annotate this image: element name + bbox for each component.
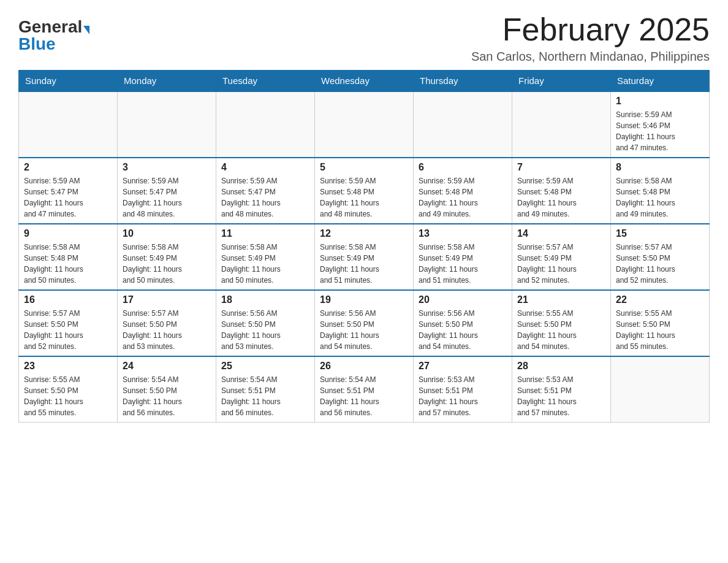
day-header-thursday: Thursday bbox=[414, 71, 512, 92]
day-info: Sunrise: 5:59 AMSunset: 5:48 PMDaylight:… bbox=[320, 175, 408, 220]
calendar-cell: 12Sunrise: 5:58 AMSunset: 5:49 PMDayligh… bbox=[315, 224, 414, 290]
calendar-cell: 13Sunrise: 5:58 AMSunset: 5:49 PMDayligh… bbox=[414, 224, 512, 290]
day-info: Sunrise: 5:58 AMSunset: 5:49 PMDaylight:… bbox=[419, 242, 507, 286]
day-info: Sunrise: 5:58 AMSunset: 5:48 PMDaylight:… bbox=[616, 175, 704, 220]
calendar-table: SundayMondayTuesdayWednesdayThursdayFrid… bbox=[18, 70, 710, 423]
month-title: February 2025 bbox=[471, 12, 710, 47]
calendar-week-row: 1Sunrise: 5:59 AMSunset: 5:46 PMDaylight… bbox=[19, 91, 710, 158]
day-number: 12 bbox=[320, 228, 408, 239]
day-info: Sunrise: 5:58 AMSunset: 5:49 PMDaylight:… bbox=[221, 242, 309, 286]
calendar-cell: 23Sunrise: 5:55 AMSunset: 5:50 PMDayligh… bbox=[19, 356, 118, 423]
logo-arrow-icon bbox=[83, 26, 89, 34]
day-header-monday: Monday bbox=[118, 71, 216, 92]
calendar-cell: 6Sunrise: 5:59 AMSunset: 5:48 PMDaylight… bbox=[414, 158, 512, 224]
day-number: 21 bbox=[517, 294, 605, 305]
calendar-cell: 4Sunrise: 5:59 AMSunset: 5:47 PMDaylight… bbox=[216, 158, 315, 224]
calendar-cell bbox=[216, 91, 315, 158]
day-info: Sunrise: 5:59 AMSunset: 5:47 PMDaylight:… bbox=[221, 175, 309, 220]
day-number: 15 bbox=[616, 228, 704, 239]
day-number: 8 bbox=[616, 162, 704, 173]
day-info: Sunrise: 5:57 AMSunset: 5:50 PMDaylight:… bbox=[24, 308, 112, 352]
day-number: 24 bbox=[123, 361, 211, 372]
calendar-cell: 5Sunrise: 5:59 AMSunset: 5:48 PMDaylight… bbox=[315, 158, 414, 224]
location-text: San Carlos, Northern Mindanao, Philippin… bbox=[471, 50, 710, 64]
day-number: 18 bbox=[221, 294, 309, 305]
calendar-cell: 18Sunrise: 5:56 AMSunset: 5:50 PMDayligh… bbox=[216, 290, 315, 356]
day-info: Sunrise: 5:57 AMSunset: 5:49 PMDaylight:… bbox=[517, 242, 605, 286]
day-number: 20 bbox=[419, 294, 507, 305]
day-info: Sunrise: 5:58 AMSunset: 5:49 PMDaylight:… bbox=[320, 242, 408, 286]
day-info: Sunrise: 5:57 AMSunset: 5:50 PMDaylight:… bbox=[123, 308, 211, 352]
day-number: 16 bbox=[24, 294, 112, 305]
day-info: Sunrise: 5:55 AMSunset: 5:50 PMDaylight:… bbox=[517, 308, 605, 352]
day-info: Sunrise: 5:53 AMSunset: 5:51 PMDaylight:… bbox=[419, 374, 507, 418]
day-number: 26 bbox=[320, 361, 408, 372]
day-info: Sunrise: 5:59 AMSunset: 5:47 PMDaylight:… bbox=[24, 175, 112, 220]
day-number: 9 bbox=[24, 228, 112, 239]
calendar-cell: 9Sunrise: 5:58 AMSunset: 5:48 PMDaylight… bbox=[19, 224, 118, 290]
title-block: February 2025 San Carlos, Northern Minda… bbox=[471, 12, 710, 64]
day-header-tuesday: Tuesday bbox=[216, 71, 315, 92]
day-header-wednesday: Wednesday bbox=[315, 71, 414, 92]
calendar-cell bbox=[512, 91, 611, 158]
day-info: Sunrise: 5:54 AMSunset: 5:50 PMDaylight:… bbox=[123, 374, 211, 418]
calendar-cell: 2Sunrise: 5:59 AMSunset: 5:47 PMDaylight… bbox=[19, 158, 118, 224]
calendar-cell bbox=[118, 91, 216, 158]
calendar-week-row: 9Sunrise: 5:58 AMSunset: 5:48 PMDaylight… bbox=[19, 224, 710, 290]
logo-top: General bbox=[18, 18, 89, 36]
day-header-sunday: Sunday bbox=[19, 71, 118, 92]
day-info: Sunrise: 5:59 AMSunset: 5:47 PMDaylight:… bbox=[123, 175, 211, 220]
day-info: Sunrise: 5:55 AMSunset: 5:50 PMDaylight:… bbox=[24, 374, 112, 418]
day-number: 17 bbox=[123, 294, 211, 305]
day-info: Sunrise: 5:55 AMSunset: 5:50 PMDaylight:… bbox=[616, 308, 704, 352]
day-header-friday: Friday bbox=[512, 71, 611, 92]
calendar-cell: 16Sunrise: 5:57 AMSunset: 5:50 PMDayligh… bbox=[19, 290, 118, 356]
calendar-cell: 20Sunrise: 5:56 AMSunset: 5:50 PMDayligh… bbox=[414, 290, 512, 356]
calendar-cell: 21Sunrise: 5:55 AMSunset: 5:50 PMDayligh… bbox=[512, 290, 611, 356]
day-number: 28 bbox=[517, 361, 605, 372]
calendar-week-row: 2Sunrise: 5:59 AMSunset: 5:47 PMDaylight… bbox=[19, 158, 710, 224]
day-info: Sunrise: 5:54 AMSunset: 5:51 PMDaylight:… bbox=[320, 374, 408, 418]
calendar-cell: 26Sunrise: 5:54 AMSunset: 5:51 PMDayligh… bbox=[315, 356, 414, 423]
day-number: 5 bbox=[320, 162, 408, 173]
calendar-cell: 27Sunrise: 5:53 AMSunset: 5:51 PMDayligh… bbox=[414, 356, 512, 423]
calendar-header-row: SundayMondayTuesdayWednesdayThursdayFrid… bbox=[19, 71, 710, 92]
logo-general-text: General bbox=[18, 17, 82, 36]
calendar-cell bbox=[315, 91, 414, 158]
day-number: 25 bbox=[221, 361, 309, 372]
calendar-cell: 28Sunrise: 5:53 AMSunset: 5:51 PMDayligh… bbox=[512, 356, 611, 423]
day-number: 19 bbox=[320, 294, 408, 305]
calendar-cell: 19Sunrise: 5:56 AMSunset: 5:50 PMDayligh… bbox=[315, 290, 414, 356]
day-info: Sunrise: 5:58 AMSunset: 5:49 PMDaylight:… bbox=[123, 242, 211, 286]
day-info: Sunrise: 5:56 AMSunset: 5:50 PMDaylight:… bbox=[320, 308, 408, 352]
day-number: 10 bbox=[123, 228, 211, 239]
day-number: 11 bbox=[221, 228, 309, 239]
calendar-cell: 22Sunrise: 5:55 AMSunset: 5:50 PMDayligh… bbox=[611, 290, 710, 356]
day-info: Sunrise: 5:56 AMSunset: 5:50 PMDaylight:… bbox=[419, 308, 507, 352]
calendar-cell: 7Sunrise: 5:59 AMSunset: 5:48 PMDaylight… bbox=[512, 158, 611, 224]
day-info: Sunrise: 5:53 AMSunset: 5:51 PMDaylight:… bbox=[517, 374, 605, 418]
calendar-cell: 24Sunrise: 5:54 AMSunset: 5:50 PMDayligh… bbox=[118, 356, 216, 423]
calendar-week-row: 23Sunrise: 5:55 AMSunset: 5:50 PMDayligh… bbox=[19, 356, 710, 423]
day-number: 4 bbox=[221, 162, 309, 173]
day-number: 2 bbox=[24, 162, 112, 173]
calendar-cell: 1Sunrise: 5:59 AMSunset: 5:46 PMDaylight… bbox=[611, 91, 710, 158]
calendar-cell: 25Sunrise: 5:54 AMSunset: 5:51 PMDayligh… bbox=[216, 356, 315, 423]
calendar-cell: 11Sunrise: 5:58 AMSunset: 5:49 PMDayligh… bbox=[216, 224, 315, 290]
day-info: Sunrise: 5:56 AMSunset: 5:50 PMDaylight:… bbox=[221, 308, 309, 352]
calendar-week-row: 16Sunrise: 5:57 AMSunset: 5:50 PMDayligh… bbox=[19, 290, 710, 356]
day-info: Sunrise: 5:59 AMSunset: 5:46 PMDaylight:… bbox=[616, 109, 704, 153]
day-number: 7 bbox=[517, 162, 605, 173]
calendar-cell: 10Sunrise: 5:58 AMSunset: 5:49 PMDayligh… bbox=[118, 224, 216, 290]
calendar-cell: 3Sunrise: 5:59 AMSunset: 5:47 PMDaylight… bbox=[118, 158, 216, 224]
logo-blue-text: Blue bbox=[18, 36, 56, 53]
day-number: 6 bbox=[419, 162, 507, 173]
calendar-cell: 8Sunrise: 5:58 AMSunset: 5:48 PMDaylight… bbox=[611, 158, 710, 224]
day-info: Sunrise: 5:58 AMSunset: 5:48 PMDaylight:… bbox=[24, 242, 112, 286]
day-info: Sunrise: 5:59 AMSunset: 5:48 PMDaylight:… bbox=[517, 175, 605, 220]
calendar-cell: 15Sunrise: 5:57 AMSunset: 5:50 PMDayligh… bbox=[611, 224, 710, 290]
day-info: Sunrise: 5:57 AMSunset: 5:50 PMDaylight:… bbox=[616, 242, 704, 286]
page-header: General Blue February 2025 San Carlos, N… bbox=[18, 12, 710, 64]
day-number: 13 bbox=[419, 228, 507, 239]
day-number: 27 bbox=[419, 361, 507, 372]
